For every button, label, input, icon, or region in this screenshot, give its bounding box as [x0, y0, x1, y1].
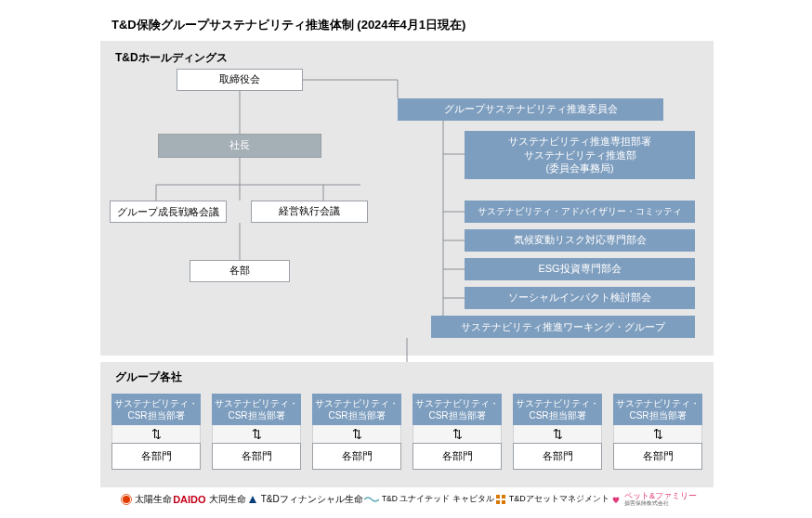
logo-tdasset: T&Dアセットマネジメント	[495, 493, 609, 505]
logo-petfamily: ペット&ファミリー 損害保険株式会社	[610, 492, 697, 506]
diagram-title: T&D保険グループサステナビリティ推進体制 (2024年4月1日現在)	[111, 17, 465, 33]
wave-icon	[364, 496, 379, 503]
holdings-panel: T&Dホールディングス 取締役会 社長	[100, 41, 714, 356]
board-box: 取締役会	[177, 69, 303, 91]
exec-council-box: 経営執行会議	[251, 201, 368, 223]
subsidiary-2: サステナビリティ・CSR担当部署 ⇅ 各部門	[212, 394, 301, 470]
subsidiary-head: サステナビリティ・CSR担当部署	[312, 394, 401, 425]
right-item-1: サステナビリティ推進専担部署 サステナビリティ推進部 (委員会事務局)	[465, 131, 695, 179]
right-item-3: 気候変動リスク対応専門部会	[465, 229, 695, 252]
updown-arrow-icon: ⇅	[111, 425, 201, 443]
subsidiary-6: サステナビリティ・CSR担当部署 ⇅ 各部門	[613, 394, 702, 470]
svg-rect-29	[502, 500, 505, 504]
right-item-5: ソーシャルインパクト検討部会	[465, 287, 695, 309]
subsidiary-head: サステナビリティ・CSR担当部署	[111, 394, 201, 425]
subsidiary-dept: 各部門	[613, 443, 702, 470]
subsidiary-head: サステナビリティ・CSR担当部署	[613, 394, 702, 425]
heart-icon	[610, 494, 622, 505]
subsidiary-4: サステナビリティ・CSR担当部署 ⇅ 各部門	[413, 394, 502, 470]
updown-arrow-icon: ⇅	[312, 425, 401, 443]
logo-tdfinancial: T&Dフィナンシャル生命	[247, 493, 363, 506]
depts-box: 各部	[190, 260, 290, 282]
diagram-canvas: T&D保険グループサステナビリティ推進体制 (2024年4月1日現在) T&Dホ…	[0, 0, 812, 518]
subsidiary-head: サステナビリティ・CSR担当部署	[212, 394, 301, 425]
subsidiary-dept: 各部門	[413, 443, 502, 470]
updown-arrow-icon: ⇅	[613, 425, 702, 443]
right-item-4: ESG投資専門部会	[465, 258, 695, 280]
logo-tdunited: T&D ユナイテッド キャピタル	[364, 494, 494, 505]
subsidiary-5: サステナビリティ・CSR担当部署 ⇅ 各部門	[513, 394, 602, 470]
group-companies-panel: グループ各社 サステナビリティ・CSR担当部署 ⇅ 各部門 サステナビリティ・C…	[100, 362, 714, 487]
subsidiary-dept: 各部門	[312, 443, 401, 470]
president-box: 社長	[158, 134, 321, 158]
company-logos-row: 太陽生命 DAIDO 大同生命 T&Dフィナンシャル生命 T&D ユナイテッド …	[121, 492, 697, 506]
group-companies-label: グループ各社	[115, 369, 182, 385]
right-item-6: サステナビリティ推進ワーキング・グループ	[431, 316, 695, 338]
subsidiary-dept: 各部門	[513, 443, 602, 470]
updown-arrow-icon: ⇅	[413, 425, 502, 443]
svg-rect-28	[496, 500, 500, 504]
logo-taiyo: 太陽生命	[121, 493, 172, 506]
svg-point-24	[123, 496, 130, 503]
grid-icon	[495, 494, 506, 505]
subsidiary-dept: 各部門	[212, 443, 301, 470]
growth-council-box: グループ成長戦略会議	[110, 201, 227, 223]
right-item-2: サステナビリティ・アドバイザリー・コミッティ	[465, 201, 695, 223]
subsidiary-1: サステナビリティ・CSR担当部署 ⇅ 各部門	[111, 394, 201, 470]
subsidiary-dept: 各部門	[111, 443, 201, 470]
subsidiary-3: サステナビリティ・CSR担当部署 ⇅ 各部門	[312, 394, 401, 470]
updown-arrow-icon: ⇅	[513, 425, 602, 443]
subsidiary-head: サステナビリティ・CSR担当部署	[513, 394, 602, 425]
updown-arrow-icon: ⇅	[212, 425, 301, 443]
holdings-label: T&Dホールディングス	[115, 50, 228, 66]
svg-rect-26	[496, 495, 500, 499]
wedge-icon	[247, 494, 258, 505]
subsidiary-head: サステナビリティ・CSR担当部署	[413, 394, 502, 425]
svg-rect-27	[502, 495, 505, 499]
committee-box: グループサステナビリティ推進委員会	[398, 98, 663, 121]
logo-daido: DAIDO 大同生命	[173, 493, 245, 506]
sun-icon	[121, 494, 132, 505]
